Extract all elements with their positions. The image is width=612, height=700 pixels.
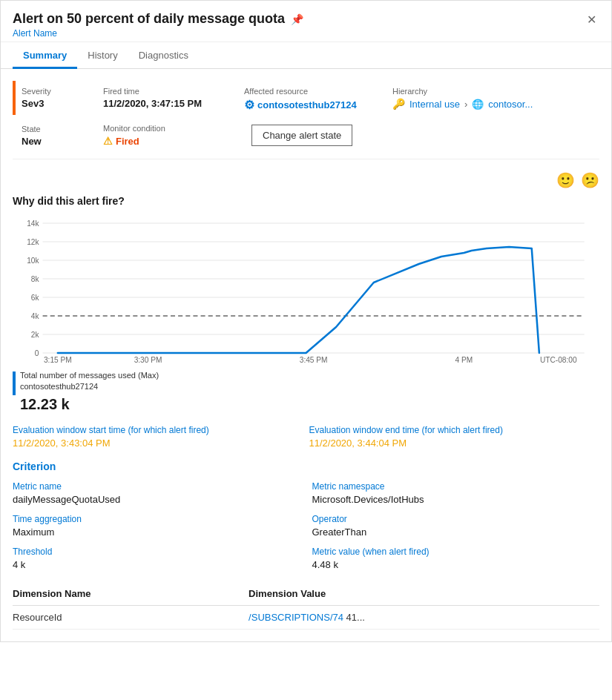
metric-namespace-value: Microsoft.Devices/IotHubs xyxy=(312,494,600,505)
fired-time-value: 11/2/2020, 3:47:15 PM xyxy=(103,98,244,109)
close-button[interactable]: ✕ xyxy=(584,11,599,28)
dimension-table: Dimension Name Dimension Value ResourceI… xyxy=(13,582,599,630)
globe-icon: 🌐 xyxy=(472,99,484,110)
positive-feedback-button[interactable]: 🙂 xyxy=(556,171,575,189)
state-label: State xyxy=(22,125,103,133)
svg-text:UTC-08:00: UTC-08:00 xyxy=(540,356,577,364)
metric-value-value: 4.48 k xyxy=(312,559,600,570)
pin-icon[interactable]: 📌 xyxy=(291,13,303,25)
svg-text:10k: 10k xyxy=(27,257,39,265)
eval-start-label: Evaluation window start time (for which … xyxy=(13,425,303,435)
legend-value: 12.23 k xyxy=(20,396,159,413)
metric-name-label: Metric name xyxy=(13,481,300,492)
hierarchy-child[interactable]: contosor... xyxy=(488,99,533,110)
hierarchy-label: Hierarchy xyxy=(392,87,533,96)
eval-start: Evaluation window start time (for which … xyxy=(13,425,303,449)
feedback-row: 🙂 😕 xyxy=(13,171,599,189)
legend-line2: contosotesthub27124 xyxy=(20,381,159,392)
tab-history[interactable]: History xyxy=(77,42,128,69)
divider xyxy=(13,159,599,159)
eval-end-label: Evaluation window end time (for which al… xyxy=(309,425,600,435)
tab-diagnostics[interactable]: Diagnostics xyxy=(128,42,199,69)
state-value: New xyxy=(22,136,103,147)
negative-feedback-button[interactable]: 😕 xyxy=(581,171,599,189)
affected-resource-value[interactable]: contosotesthub27124 xyxy=(257,99,357,110)
metric-name-value: dailyMessageQuotaUsed xyxy=(13,494,300,505)
affected-resource-label: Affected resource xyxy=(244,87,392,96)
fired-time-label: Fired time xyxy=(103,87,244,96)
evaluation-grid: Evaluation window start time (for which … xyxy=(13,425,599,449)
dim-col1-header: Dimension Name xyxy=(13,582,249,606)
svg-text:8k: 8k xyxy=(31,275,40,283)
metric-value-item: Metric value (when alert fired) 4.48 k xyxy=(312,547,600,570)
svg-text:4 PM: 4 PM xyxy=(455,356,473,364)
legend-bar xyxy=(13,372,16,395)
warning-icon: ⚠ xyxy=(103,135,113,147)
chart-area: 14k 12k 10k 8k 6k 4k 2k 0 3:15 PM 3:30 P… xyxy=(13,216,599,364)
alert-name-label: Alert Name xyxy=(13,28,584,39)
svg-text:3:30 PM: 3:30 PM xyxy=(134,356,162,364)
panel-title: Alert on 50 percent of daily message quo… xyxy=(13,11,584,27)
metric-value-label: Metric value (when alert fired) xyxy=(312,547,600,557)
chart-legend: Total number of messages used (Max) cont… xyxy=(13,370,599,413)
criterion-grid: Metric name dailyMessageQuotaUsed Metric… xyxy=(13,481,599,570)
monitor-condition-label: Monitor condition xyxy=(103,124,251,133)
svg-text:6k: 6k xyxy=(31,294,40,302)
threshold-value: 4 k xyxy=(13,559,300,570)
eval-end: Evaluation window end time (for which al… xyxy=(309,425,600,449)
eval-end-value: 11/2/2020, 3:44:04 PM xyxy=(309,438,600,449)
time-aggregation-item: Time aggregation Maximum xyxy=(13,514,300,538)
severity-value: Sev3 xyxy=(22,98,103,109)
table-row: ResourceId /SUBSCRIPTIONS/74 41... xyxy=(13,605,599,629)
dim-name-cell: ResourceId xyxy=(13,605,249,629)
threshold-label: Threshold xyxy=(13,547,300,557)
svg-text:14k: 14k xyxy=(27,219,39,228)
svg-text:2k: 2k xyxy=(31,331,40,339)
legend-line1: Total number of messages used (Max) xyxy=(20,370,159,381)
criterion-title: Criterion xyxy=(13,460,599,472)
chart-title: Why did this alert fire? xyxy=(13,195,599,207)
operator-item: Operator GreaterThan xyxy=(312,514,600,538)
dim-col2-header: Dimension Value xyxy=(249,582,599,606)
metric-name-item: Metric name dailyMessageQuotaUsed xyxy=(13,481,300,505)
svg-text:12k: 12k xyxy=(27,238,39,246)
time-aggregation-label: Time aggregation xyxy=(13,514,300,524)
metric-namespace-label: Metric namespace xyxy=(312,481,600,492)
chart-svg: 14k 12k 10k 8k 6k 4k 2k 0 3:15 PM 3:30 P… xyxy=(13,216,599,364)
key-icon: 🔑 xyxy=(392,98,405,110)
tab-summary[interactable]: Summary xyxy=(13,42,77,69)
operator-label: Operator xyxy=(312,514,600,524)
svg-text:3:15 PM: 3:15 PM xyxy=(44,356,72,364)
eval-start-value: 11/2/2020, 3:43:04 PM xyxy=(13,438,303,449)
hierarchy-value[interactable]: Internal use xyxy=(409,99,460,110)
operator-value: GreaterThan xyxy=(312,526,600,538)
change-alert-state-button[interactable]: Change alert state xyxy=(251,125,352,146)
tab-bar: Summary History Diagnostics xyxy=(1,42,611,69)
svg-text:0: 0 xyxy=(35,349,39,357)
threshold-item: Threshold 4 k xyxy=(13,547,300,570)
metric-namespace-item: Metric namespace Microsoft.Devices/IotHu… xyxy=(312,481,600,505)
svg-text:4k: 4k xyxy=(31,312,40,320)
severity-label: Severity xyxy=(22,87,103,96)
dim-value-cell: /SUBSCRIPTIONS/74 41... xyxy=(249,605,599,629)
monitor-condition-value: Fired xyxy=(116,136,139,147)
time-aggregation-value: Maximum xyxy=(13,526,300,538)
svg-text:3:45 PM: 3:45 PM xyxy=(300,356,328,364)
